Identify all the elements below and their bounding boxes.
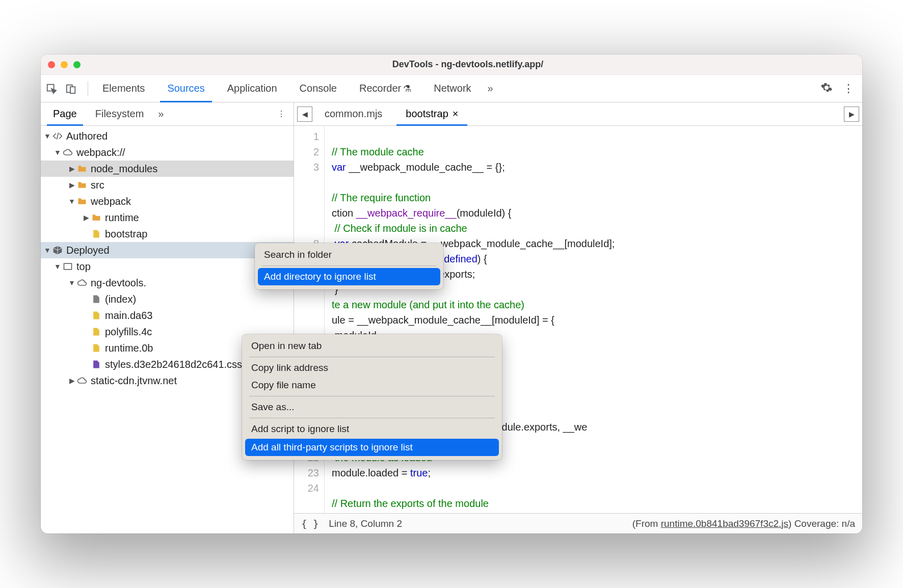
folder-icon (76, 196, 88, 207)
devtools-window: DevTools - ng-devtools.netlify.app/ Elem… (41, 55, 862, 533)
tabs-overflow[interactable]: » (483, 75, 498, 102)
menu-save-as[interactable]: Save as... (242, 398, 502, 416)
svg-rect-3 (64, 263, 72, 270)
nav-back-icon[interactable]: ◀ (297, 106, 312, 122)
file-icon (91, 342, 102, 354)
menu-add-all-third-party-ignore[interactable]: Add all third-party scripts to ignore li… (245, 439, 499, 456)
tree-authored: Authored (66, 130, 108, 142)
tab-recorder[interactable]: Recorder ⚗ (348, 75, 422, 102)
folder-icon (76, 179, 88, 191)
tab-application[interactable]: Application (216, 75, 288, 102)
nav-forward-icon[interactable]: ▶ (844, 106, 859, 122)
settings-icon[interactable] (820, 82, 833, 96)
tree-row-node-modules[interactable]: ▶ node_modules (41, 161, 294, 177)
frame-icon (62, 261, 73, 272)
cursor-position: Line 8, Column 2 (329, 518, 402, 529)
close-tab-icon[interactable]: × (453, 108, 459, 120)
cloud-icon (62, 147, 73, 158)
tab-network[interactable]: Network (422, 75, 482, 102)
tree-row-src[interactable]: ▶ src (41, 177, 294, 193)
folder-icon (91, 212, 102, 223)
navigator-tab-page[interactable]: Page (44, 102, 86, 125)
editor-tab-common[interactable]: common.mjs (313, 102, 393, 125)
navigator-tab-filesystem[interactable]: Filesystem (86, 102, 153, 125)
close-window-button[interactable] (48, 61, 55, 68)
status-bar: { } Line 8, Column 2 (From runtime.0b841… (294, 513, 862, 533)
editor-tab-bootstrap[interactable]: bootstrap × (394, 102, 469, 125)
file-icon (91, 228, 102, 239)
tab-sources[interactable]: Sources (156, 75, 216, 102)
menu-open-new-tab[interactable]: Open in new tab (242, 337, 502, 355)
pretty-print-icon[interactable]: { } (301, 518, 318, 529)
menu-add-script-ignore[interactable]: Add script to ignore list (242, 420, 502, 438)
folder-icon (76, 163, 88, 174)
device-toggle-icon[interactable] (65, 83, 76, 94)
inspect-icon[interactable] (46, 83, 57, 94)
minimize-window-button[interactable] (61, 61, 68, 68)
menu-copy-filename[interactable]: Copy file name (242, 377, 502, 394)
file-icon (91, 326, 102, 337)
tree-row-webpack[interactable]: ▼ webpack (41, 193, 294, 209)
tree-webpack-root: webpack:// (76, 147, 125, 158)
titlebar: DevTools - ng-devtools.netlify.app/ (41, 55, 862, 75)
flask-icon: ⚗ (403, 83, 411, 94)
tree-row-runtime[interactable]: ▶ runtime (41, 209, 294, 226)
navigator-more-icon[interactable]: ⋮ (272, 102, 290, 125)
deployed-icon (52, 245, 63, 256)
window-controls (48, 61, 81, 68)
context-menu-file: Open in new tab Copy link address Copy f… (242, 334, 502, 460)
file-icon (91, 359, 102, 370)
zoom-window-button[interactable] (73, 61, 81, 68)
main-toolbar: Elements Sources Application Console Rec… (41, 75, 862, 102)
tree-file-main[interactable]: main.da63 (41, 307, 294, 324)
editor-pane: ◀ common.mjs bootstrap × ▶ 123 8910 2223… (294, 102, 862, 533)
navigator-pane: Page Filesystem » ⋮ ▼ Authored ▼ webpack… (41, 102, 294, 533)
navigator-tabs-overflow[interactable]: » (153, 102, 169, 125)
file-icon (91, 310, 102, 321)
context-menu-folder: Search in folder Add directory to ignore… (255, 243, 443, 289)
menu-search-in-folder[interactable]: Search in folder (255, 246, 443, 263)
file-tree[interactable]: ▼ Authored ▼ webpack:// ▶ node_modules ▶… (41, 126, 294, 533)
tab-console[interactable]: Console (288, 75, 348, 102)
cloud-icon (76, 277, 88, 288)
menu-copy-link[interactable]: Copy link address (242, 359, 502, 377)
window-title: DevTools - ng-devtools.netlify.app/ (81, 59, 855, 70)
cloud-icon (76, 375, 88, 386)
tree-file-index[interactable]: (index) (41, 291, 294, 307)
menu-add-directory-ignore[interactable]: Add directory to ignore list (258, 268, 440, 285)
svg-rect-2 (70, 87, 75, 93)
tree-row-bootstrap[interactable]: bootstrap (41, 226, 294, 242)
source-origin: (From runtime.0b841bad3967f3c2.js) Cover… (632, 518, 855, 529)
code-icon (52, 130, 63, 142)
file-icon (91, 293, 102, 305)
tab-elements[interactable]: Elements (91, 75, 156, 102)
